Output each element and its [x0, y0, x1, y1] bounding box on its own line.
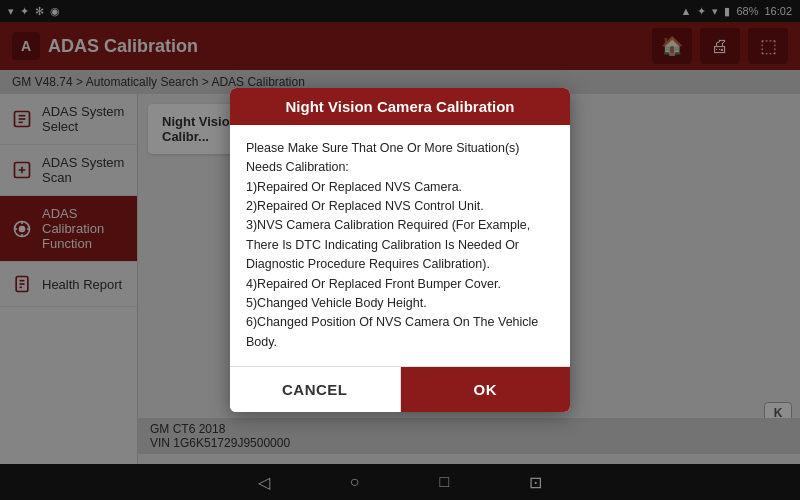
ok-button[interactable]: OK: [401, 367, 571, 412]
modal-footer: CANCEL OK: [230, 366, 570, 412]
modal-body: Please Make Sure That One Or More Situat…: [230, 125, 570, 366]
cancel-button[interactable]: CANCEL: [230, 367, 401, 412]
modal-title: Night Vision Camera Calibration: [286, 98, 515, 115]
modal-header: Night Vision Camera Calibration: [230, 88, 570, 125]
calibration-modal: Night Vision Camera Calibration Please M…: [230, 88, 570, 412]
modal-overlay: Night Vision Camera Calibration Please M…: [0, 0, 800, 500]
modal-message: Please Make Sure That One Or More Situat…: [246, 141, 538, 349]
